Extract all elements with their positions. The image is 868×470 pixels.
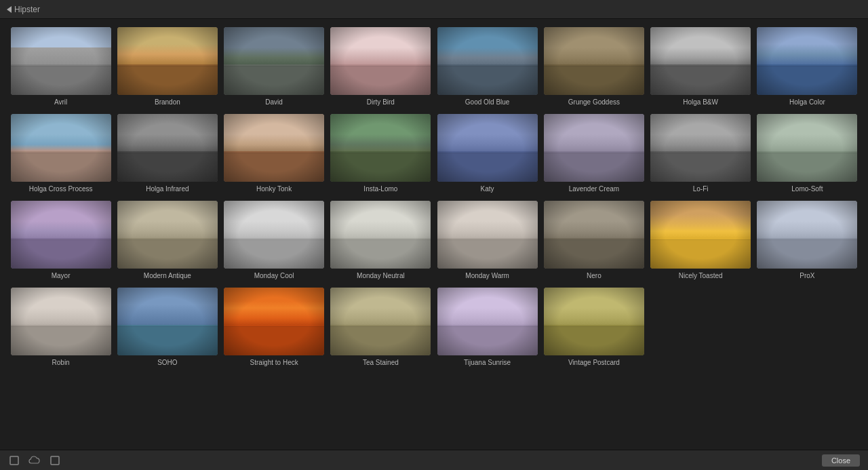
square-icon[interactable] [49, 454, 61, 467]
filter-item-lavendercream[interactable]: Lavender Cream [541, 111, 646, 197]
filter-thumbnail-dirtybird [330, 27, 431, 95]
filter-item-grungegodess[interactable]: Grunge Goddess [541, 24, 646, 110]
filter-label-vintagepostcard: Vintage Postcard [568, 359, 620, 366]
filter-label-modernantique: Modern Antique [144, 272, 191, 279]
filter-thumbnail-mondaywarm [437, 201, 538, 269]
filter-thumbnail-avril [11, 27, 111, 95]
filter-label-mondayneutral: Monday Neutral [357, 272, 405, 279]
filter-item-avril[interactable]: Avril [8, 24, 113, 110]
filter-item-prox[interactable]: ProX [755, 198, 860, 283]
filter-thumbnail-straighttoheck [224, 288, 324, 355]
filter-image-goodoldblue [437, 27, 538, 95]
flag-icon[interactable] [8, 454, 20, 467]
filter-thumbnail-goodoldblue [437, 27, 538, 95]
filter-thumbnail-holgacross [11, 114, 111, 182]
filter-item-dirtybird[interactable]: Dirty Bird [328, 24, 433, 110]
filter-label-katy: Katy [481, 185, 494, 193]
filter-thumbnail-robin [11, 288, 111, 355]
filter-item-mayor[interactable]: Mayor [8, 198, 113, 283]
filter-item-modernantique[interactable]: Modern Antique [115, 198, 220, 283]
filter-label-mayor: Mayor [52, 272, 71, 279]
scene-nero [544, 201, 644, 269]
filter-item-mondaycool[interactable]: Monday Cool [222, 198, 327, 283]
footer: Close [0, 450, 868, 470]
scene-mayor [11, 201, 111, 269]
filter-item-straighttoheck[interactable]: Straight to Heck [222, 285, 327, 370]
filter-item-lofi[interactable]: Lo-Fi [648, 111, 753, 197]
filter-label-holgacross: Holga Cross Process [29, 185, 93, 193]
filter-image-dirtybird [330, 27, 431, 95]
filter-item-katy[interactable]: Katy [435, 111, 540, 197]
filter-item-nicelytoasted[interactable]: Nicely Toasted [648, 198, 753, 283]
filter-thumbnail-mondaycool [224, 201, 324, 269]
filter-label-dirtybird: Dirty Bird [367, 98, 395, 106]
scene-david [224, 27, 324, 95]
filter-label-holgainfra: Holga Infrared [146, 185, 189, 193]
filter-label-lavendercream: Lavender Cream [569, 185, 619, 193]
back-arrow-icon [7, 6, 12, 13]
filter-thumbnail-vintagepostcard [544, 288, 644, 355]
filter-thumbnail-soho [117, 288, 218, 355]
scene-grungegodess [544, 27, 644, 95]
scene-mondaywarm [437, 201, 538, 269]
filter-label-tijuanasunrise: Tijuana Sunrise [464, 359, 511, 366]
filter-image-avril [11, 27, 111, 95]
filter-label-mondaywarm: Monday Warm [465, 272, 509, 279]
scene-avril [11, 27, 111, 95]
filter-label-prox: ProX [800, 272, 814, 279]
scene-straighttoheck [224, 288, 324, 355]
filter-image-mayor [11, 201, 111, 269]
filter-image-lofi [650, 114, 751, 182]
filter-thumbnail-modernantique [117, 201, 218, 269]
filter-thumbnail-lofi [650, 114, 751, 182]
cloud-icon[interactable] [28, 454, 41, 467]
filter-image-holgacross [11, 114, 111, 182]
filter-item-holgabw[interactable]: Holga B&W [648, 24, 753, 110]
back-button[interactable]: Hipster [7, 5, 40, 14]
filter-item-holgacross[interactable]: Holga Cross Process [8, 111, 113, 197]
filter-label-teastained: Tea Stained [363, 359, 399, 366]
filter-item-tijuanasunrise[interactable]: Tijuana Sunrise [435, 285, 540, 370]
filter-grid-area[interactable]: Avril Brandon David [0, 19, 868, 450]
filter-item-teastained[interactable]: Tea Stained [328, 285, 433, 370]
filter-item-soho[interactable]: SOHO [115, 285, 220, 370]
filter-thumbnail-nero [544, 201, 644, 269]
scene-holgacross [11, 114, 111, 182]
filter-label-grungegodess: Grunge Goddess [568, 98, 620, 106]
filter-item-brandon[interactable]: Brandon [115, 24, 220, 110]
filter-item-mondaywarm[interactable]: Monday Warm [435, 198, 540, 283]
close-button[interactable]: Close [822, 454, 860, 467]
scene-mondaycool [224, 201, 324, 269]
filter-item-vintagepostcard[interactable]: Vintage Postcard [541, 285, 646, 370]
filter-thumbnail-nicelytoasted [650, 201, 751, 269]
filter-item-robin[interactable]: Robin [8, 285, 113, 370]
filter-item-goodoldblue[interactable]: Good Old Blue [435, 24, 540, 110]
scene-lomosoft [757, 114, 857, 182]
filter-image-instalomo [330, 114, 431, 182]
filter-thumbnail-tijuanasunrise [437, 288, 538, 355]
scene-holgabw [650, 27, 751, 95]
filter-image-brandon [117, 27, 218, 95]
filter-image-vintagepostcard [544, 288, 644, 355]
filter-item-instalomo[interactable]: Insta-Lomo [328, 111, 433, 197]
filter-thumbnail-teastained [330, 288, 431, 355]
filter-image-straighttoheck [224, 288, 324, 355]
filter-item-holgacolor[interactable]: Holga Color [755, 24, 860, 110]
filter-thumbnail-mondayneutral [330, 201, 431, 269]
filter-thumbnail-instalomo [330, 114, 431, 182]
scene-nicelytoasted [650, 201, 751, 269]
filter-item-lomosoft[interactable]: Lomo-Soft [755, 111, 860, 197]
filter-image-prox [757, 201, 857, 269]
header-title: Hipster [14, 5, 40, 14]
filter-label-nicelytoasted: Nicely Toasted [679, 272, 723, 279]
filter-item-mondayneutral[interactable]: Monday Neutral [328, 198, 433, 283]
filter-thumbnail-katy [437, 114, 538, 182]
filter-label-david: David [265, 98, 283, 106]
filter-item-david[interactable]: David [222, 24, 327, 110]
filter-label-honkytonk: Honky Tonk [256, 185, 292, 193]
filter-thumbnail-mayor [11, 201, 111, 269]
filter-item-nero[interactable]: Nero [541, 198, 646, 283]
filter-item-honkytonk[interactable]: Honky Tonk [222, 111, 327, 197]
filter-label-avril: Avril [54, 98, 67, 106]
filter-item-holgainfra[interactable]: Holga Infrared [115, 111, 220, 197]
